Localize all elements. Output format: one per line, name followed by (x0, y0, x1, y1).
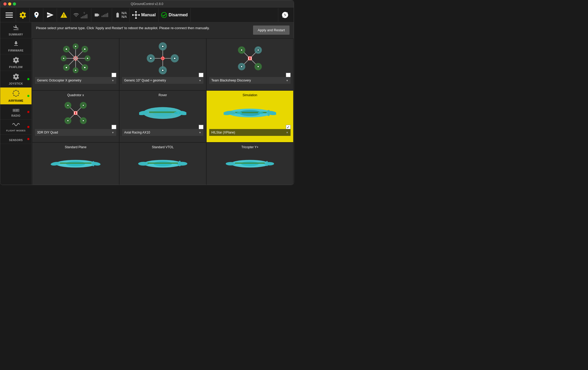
sidebar-item-flight-modes[interactable]: FLIGHT MODES (0, 120, 32, 135)
flight-modes-icon (12, 122, 20, 129)
header-description: Please select your airframe type. Click … (36, 25, 249, 31)
svg-point-22 (135, 17, 137, 19)
radio-dot (27, 111, 29, 113)
main-layout: SUMMARY FIRMWARE PX4FLOW (0, 22, 294, 185)
blacksheep-select[interactable]: Team Blacksheep Discovery (209, 77, 291, 84)
airframe-card-quadrotor-x[interactable]: Quadrotor x (32, 91, 119, 142)
svg-marker-117 (75, 112, 77, 114)
sidebar-item-airframe[interactable]: AIRFRAME (0, 88, 32, 105)
svg-rect-40 (16, 111, 18, 111)
svg-point-129 (83, 120, 84, 121)
svg-point-71 (75, 46, 76, 47)
simulation-heading: Simulation (243, 93, 257, 97)
svg-point-21 (135, 11, 137, 13)
svg-rect-163 (266, 161, 268, 166)
svg-point-33 (18, 91, 19, 92)
airframe-card-standard-vtol[interactable]: Standard VTOL (119, 143, 206, 185)
svg-rect-10 (86, 14, 87, 18)
sensors-dot (27, 138, 29, 140)
svg-rect-8 (83, 16, 85, 18)
settings-button[interactable] (16, 8, 30, 22)
sidebar-item-px4flow[interactable]: PX4FLOW (0, 54, 32, 71)
svg-point-31 (18, 93, 19, 94)
svg-rect-11 (102, 16, 103, 17)
sidebar-item-summary[interactable]: SUMMARY (0, 22, 32, 38)
sidebar-item-joystick[interactable]: JOYSTICK (0, 71, 32, 88)
minimize-button[interactable] (8, 2, 11, 6)
rover-select[interactable]: Axial Racing AX10 (122, 129, 203, 136)
sidebar-item-radio[interactable]: RADIO (0, 105, 32, 120)
blacksheep-image (209, 41, 291, 75)
tricopter-heading: Tricopter Y+ (241, 145, 258, 149)
flight-mode-status: Manual (130, 8, 159, 22)
svg-rect-0 (6, 12, 13, 13)
svg-marker-99 (249, 57, 251, 60)
warning-button[interactable] (57, 8, 71, 22)
svg-point-153 (138, 162, 149, 166)
airframe-card-simulation[interactable]: Simulation (207, 91, 293, 142)
svg-point-3 (22, 14, 24, 16)
quad-plus-dropdown-container[interactable]: Generic 10" Quad + geometry (122, 77, 203, 84)
airframe-card-tricopter[interactable]: Tricopter Y+ (207, 143, 293, 185)
svg-rect-150 (60, 163, 92, 164)
svg-point-126 (67, 105, 69, 106)
airframe-icon (12, 90, 20, 99)
battery-status: N/A N/A (112, 8, 130, 22)
airframe-card-quad-plus[interactable]: Generic 10" Quad + geometry (119, 39, 206, 90)
radio-icon (12, 107, 20, 114)
flight-mode-label: Manual (141, 13, 156, 17)
svg-point-159 (226, 162, 236, 165)
svg-point-24 (138, 14, 140, 16)
svg-point-68 (84, 48, 86, 50)
airframe-card-rover[interactable]: Rover (119, 91, 206, 142)
airframe-card-octocopter[interactable]: Generic Octocopter X geometry (32, 39, 119, 90)
svg-rect-157 (179, 161, 181, 166)
svg-rect-9 (85, 15, 86, 18)
menu-button[interactable] (2, 8, 16, 22)
window-controls[interactable] (3, 2, 16, 6)
svg-rect-143 (268, 110, 270, 116)
svg-point-23 (132, 14, 134, 16)
sidebar-item-sensors[interactable]: SENSORS (0, 135, 32, 144)
quadrotor-x-dropdown-container[interactable]: 3DR DIY Quad (35, 129, 116, 136)
maximize-button[interactable] (13, 2, 16, 6)
close-button[interactable] (3, 2, 7, 6)
svg-rect-134 (149, 111, 177, 113)
firmware-icon (13, 40, 19, 48)
fly-button[interactable] (43, 8, 57, 22)
airframe-card-standard-plane[interactable]: Standard Plane (32, 143, 119, 185)
octocopter-select[interactable]: Generic Octocopter X geometry (35, 77, 116, 84)
svg-rect-13 (104, 14, 105, 17)
airframe-card-blacksheep[interactable]: Team Blacksheep Discovery (207, 39, 293, 90)
quadrotor-x-select[interactable]: 3DR DIY Quad (35, 129, 116, 136)
toolbar-right (278, 8, 292, 22)
svg-rect-2 (6, 17, 13, 18)
sidebar-px4flow-label: PX4FLOW (9, 66, 23, 69)
sidebar-airframe-label: AIRFRAME (8, 99, 23, 102)
sidebar-joystick-label: JOYSTICK (9, 82, 23, 85)
rover-dropdown-container[interactable]: Axial Racing AX10 (122, 129, 203, 136)
svg-point-108 (241, 49, 242, 51)
signal2-status (91, 8, 112, 22)
svg-point-69 (66, 67, 67, 68)
blacksheep-dropdown-container[interactable]: Team Blacksheep Discovery (209, 77, 291, 84)
extra-button[interactable] (278, 8, 292, 22)
sidebar-flight-modes-label: FLIGHT MODES (6, 129, 26, 132)
simulation-dropdown-container[interactable]: HILStar (XPlane) (209, 129, 291, 136)
map-button[interactable]: B (30, 8, 43, 22)
svg-point-32 (13, 91, 14, 92)
svg-point-16 (135, 14, 137, 16)
simulation-select[interactable]: HILStar (XPlane) (209, 129, 291, 136)
svg-point-35 (18, 95, 19, 96)
main-toolbar: B 0 (0, 8, 294, 22)
octocopter-dropdown-container[interactable]: Generic Octocopter X geometry (35, 77, 116, 84)
octocopter-image (35, 41, 116, 75)
svg-point-92 (150, 58, 152, 59)
quadrotor-x-image (35, 99, 116, 127)
svg-rect-156 (148, 163, 178, 164)
svg-point-73 (63, 58, 64, 59)
arm-status: Disarmed (159, 8, 191, 22)
quad-plus-select[interactable]: Generic 10" Quad + geometry (122, 77, 203, 84)
apply-restart-button[interactable]: Apply and Restart (253, 25, 290, 35)
sidebar-item-firmware[interactable]: FIRMWARE (0, 38, 32, 54)
